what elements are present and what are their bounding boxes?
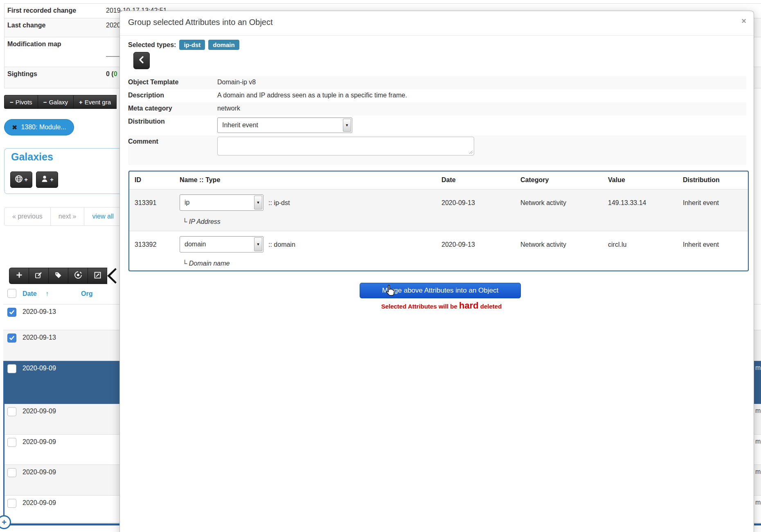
plus-icon: + [24, 176, 27, 183]
form-row-comment: Comment [128, 135, 746, 165]
galaxies-panel: Galaxies + + [4, 148, 128, 194]
object-relation-select[interactable]: ip ▼ [180, 194, 263, 211]
corner-icon: └ [182, 260, 187, 267]
galaxy-button[interactable]: − Galaxy [38, 95, 73, 109]
event-graph-button-label: Event gra [85, 99, 111, 106]
object-relation-value: ip [185, 199, 189, 206]
add-global-galaxy-button[interactable]: + [10, 171, 32, 188]
select-all-checkbox[interactable] [7, 289, 16, 298]
event-graph-button[interactable]: + Event gra [73, 95, 117, 109]
info-value: 2020 [106, 22, 121, 29]
form-row-distribution: Distribution Inherit event ▼ [128, 115, 746, 135]
row-checkbox[interactable] [7, 364, 16, 373]
comment-label: Comment [128, 138, 158, 145]
resize-handle-icon[interactable] [469, 150, 473, 154]
collapse-chevron-button[interactable] [103, 268, 117, 286]
add-attribute-button[interactable] [9, 268, 29, 284]
date-header: Date [441, 176, 456, 184]
row-date: 2020-09-09 [23, 499, 56, 507]
category-header: Category [520, 176, 549, 184]
galaxy-icon [74, 271, 82, 281]
attribute-id: 313391 [135, 199, 156, 207]
close-icon[interactable]: ✖ [12, 124, 17, 131]
attribute-type-suffix: :: ip-dst [268, 199, 290, 207]
truncated-org-text: m [755, 438, 761, 445]
previous-page-button[interactable]: « previous [4, 207, 51, 226]
row-checkbox[interactable] [7, 499, 16, 508]
minus-icon: − [10, 99, 14, 106]
id-header: ID [135, 176, 141, 184]
info-label: Last change [7, 22, 45, 29]
selected-types-label: Selected types: [128, 41, 176, 49]
distribution-select[interactable]: Inherit event ▼ [217, 117, 352, 133]
attribute-date: 2020-09-13 [441, 199, 475, 207]
org-column-header[interactable]: Org [81, 290, 92, 298]
modal-attribute-row: 313391 ip ▼ :: ip-dst └ IP Address 2020-… [129, 189, 748, 231]
row-checkbox[interactable] [7, 407, 16, 416]
distribution-header: Distribution [683, 176, 720, 184]
galaxies-title: Galaxies [11, 151, 53, 163]
next-page-button[interactable]: next » [50, 207, 85, 226]
tag-icon-button[interactable] [48, 268, 68, 284]
type-badge-ip-dst: ip-dst [179, 40, 205, 50]
attribute-category: Network activity [520, 241, 566, 248]
relation-description: └ Domain name [182, 260, 230, 267]
corner-icon: └ [182, 218, 187, 225]
object-relation-value: domain [185, 241, 206, 248]
plus-icon [16, 271, 23, 280]
distribution-selected-value: Inherit event [222, 122, 258, 129]
galaxy-icon-button[interactable] [68, 268, 88, 284]
warning-suffix: deleted [479, 303, 502, 310]
object-template-label: Object Template [128, 79, 178, 86]
warning-prefix: Selected Attributes will be [381, 303, 459, 310]
row-date: 2020-09-09 [23, 408, 56, 415]
attribute-category: Network activity [520, 199, 566, 207]
attribute-value: 149.13.33.14 [608, 199, 646, 207]
minus-icon: − [43, 99, 47, 106]
add-local-galaxy-button[interactable]: + [36, 171, 58, 188]
chevron-down-icon: ▼ [343, 119, 351, 132]
warning-emphasis: hard [459, 300, 479, 311]
quick-add-button[interactable]: + [0, 515, 11, 529]
row-checkbox[interactable] [7, 308, 16, 317]
row-date: 2020-09-09 [23, 438, 56, 446]
description-label: Description [128, 92, 164, 99]
view-toggle-buttons: − Pivots − Galaxy + Event gra [4, 95, 117, 109]
object-template-link[interactable]: Domain-ip v8 [217, 79, 256, 86]
person-icon [41, 175, 49, 185]
form-row-object-template: Object Template Domain-ip v8 [128, 76, 746, 89]
row-checkbox[interactable] [7, 438, 16, 447]
merge-button[interactable]: Merge above Attributes into an Object [360, 283, 521, 298]
row-checkbox[interactable] [7, 334, 16, 343]
close-icon[interactable]: × [741, 16, 746, 26]
comment-textarea[interactable] [217, 137, 474, 156]
meta-category-label: Meta category [128, 105, 172, 112]
selected-types-row: Selected types: ip-dst domain [128, 40, 239, 50]
pivot-pill[interactable]: ✖ 1380: Module... [4, 119, 74, 135]
meta-category-value: network [217, 105, 240, 112]
modal-header: Group selected Attributes into an Object… [120, 11, 754, 36]
description-value: A domain and IP address seen as a tuple … [217, 92, 407, 99]
row-date: 2020-09-13 [23, 308, 56, 316]
pivots-button[interactable]: − Pivots [4, 95, 38, 109]
modal-attributes-table: ID Name :: Type Date Category Value Dist… [128, 171, 749, 271]
chevron-down-icon: ▼ [254, 237, 262, 251]
type-badge-domain: domain [208, 40, 239, 50]
relation-description: └ IP Address [182, 218, 221, 225]
row-date: 2020-09-13 [23, 334, 56, 341]
back-button[interactable] [133, 52, 150, 69]
hard-delete-warning: Selected Attributes will be hard deleted [298, 301, 585, 311]
truncated-org-text: m [755, 499, 761, 506]
sort-ascending-icon[interactable]: ↑ [45, 290, 49, 298]
mouse-pointer-icon [385, 284, 396, 299]
info-label: Modification map [7, 41, 61, 48]
date-column-header[interactable]: Date [23, 290, 37, 298]
value-header: Value [608, 176, 625, 184]
object-relation-select[interactable]: domain ▼ [180, 236, 263, 252]
group-attributes-modal: Group selected Attributes into an Object… [119, 11, 754, 532]
row-checkbox[interactable] [7, 468, 16, 477]
sightings-positive-count: 0 [114, 70, 117, 77]
view-all-button[interactable]: view all [84, 207, 122, 226]
edit-attributes-button[interactable] [29, 268, 48, 284]
edit-icon [35, 271, 43, 281]
